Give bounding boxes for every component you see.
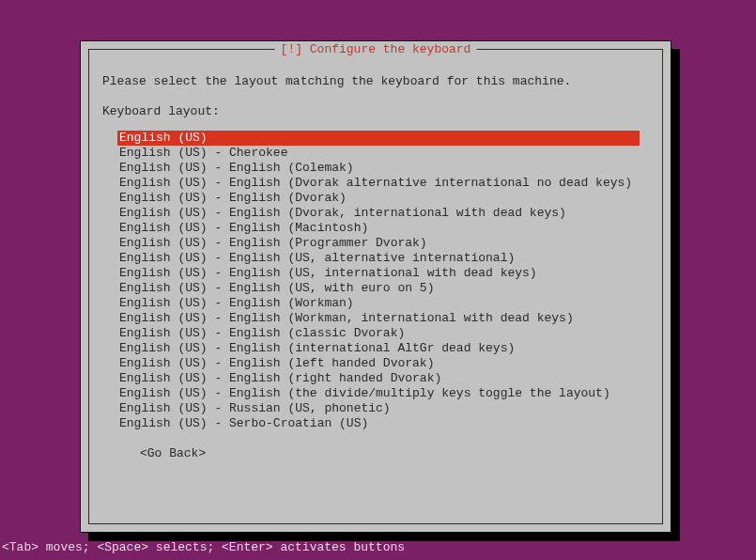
configure-keyboard-dialog: [!] Configure the keyboard Please select… [80, 40, 671, 533]
keyboard-layout-option[interactable]: English (US) - Russian (US, phonetic) [117, 401, 649, 416]
keyboard-layout-option[interactable]: English (US) - English (Dvorak alternati… [117, 176, 649, 191]
keyboard-layout-option[interactable]: English (US) [117, 131, 640, 146]
go-back-button[interactable]: <Go Back> [140, 446, 206, 461]
keyboard-layout-option[interactable]: English (US) - Cherokee [117, 146, 649, 161]
keyboard-layout-option[interactable]: English (US) - English (Dvorak) [117, 191, 649, 206]
keyboard-layout-option[interactable]: English (US) - English (US, internationa… [117, 266, 649, 281]
keyboard-layout-option[interactable]: English (US) - English (Workman, interna… [117, 311, 649, 326]
keyboard-layout-option[interactable]: English (US) - English (US, with euro on… [117, 281, 649, 296]
keyboard-layout-option[interactable]: English (US) - English (US, alternative … [117, 251, 649, 266]
layout-label: Keyboard layout: [102, 104, 649, 119]
keyboard-layout-option[interactable]: English (US) - English (Macintosh) [117, 221, 649, 236]
keyboard-layout-option[interactable]: English (US) - English (left handed Dvor… [117, 356, 649, 371]
keyboard-layout-option[interactable]: English (US) - English (international Al… [117, 341, 649, 356]
keyboard-layout-option[interactable]: English (US) - English (the divide/multi… [117, 386, 649, 401]
dialog-title: [!] Configure the keyboard [275, 42, 477, 56]
dialog-content: Please select the layout matching the ke… [102, 74, 649, 461]
keyboard-layout-list[interactable]: English (US)English (US) - CherokeeEngli… [117, 131, 649, 431]
keyboard-layout-option[interactable]: English (US) - English (classic Dvorak) [117, 326, 649, 341]
keyboard-layout-option[interactable]: English (US) - English (Programmer Dvora… [117, 236, 649, 251]
keyboard-layout-option[interactable]: English (US) - English (Dvorak, internat… [117, 206, 649, 221]
keyboard-layout-option[interactable]: English (US) - English (Workman) [117, 296, 649, 311]
keyboard-layout-option[interactable]: English (US) - English (right handed Dvo… [117, 371, 649, 386]
prompt-text: Please select the layout matching the ke… [102, 74, 649, 89]
keyboard-layout-option[interactable]: English (US) - Serbo-Croatian (US) [117, 416, 649, 431]
keyboard-layout-option[interactable]: English (US) - English (Colemak) [117, 161, 649, 176]
dialog-border: [!] Configure the keyboard Please select… [88, 49, 663, 524]
footer-hint: <Tab> moves; <Space> selects; <Enter> ac… [2, 540, 405, 554]
